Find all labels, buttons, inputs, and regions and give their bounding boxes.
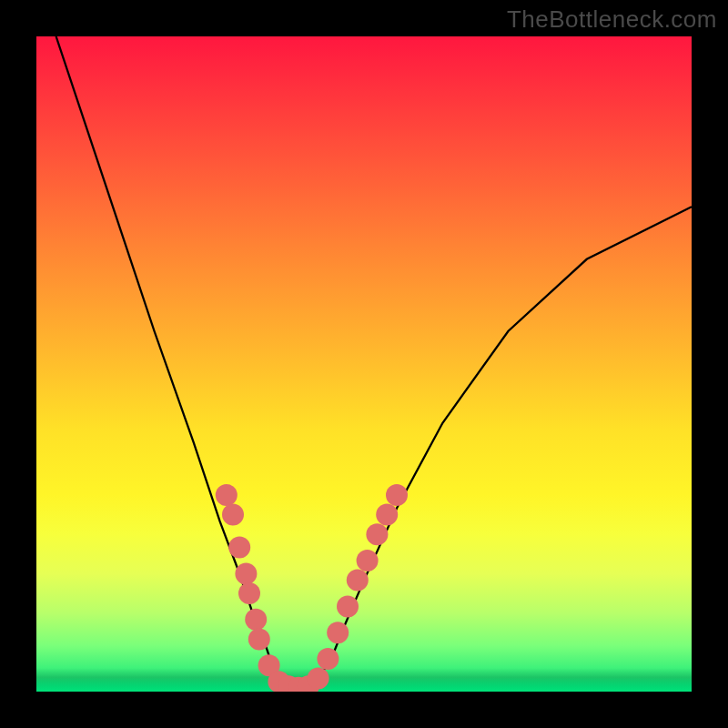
- marker-dot: [337, 595, 359, 617]
- marker-dot: [238, 582, 260, 604]
- marker-dot: [228, 537, 250, 559]
- marker-dot: [308, 668, 329, 690]
- marker-dot: [327, 622, 349, 643]
- marker-dot: [376, 504, 398, 526]
- plot-area: [36, 36, 692, 692]
- watermark-text: TheBottleneck.com: [507, 5, 717, 34]
- bottleneck-curve: [56, 36, 692, 688]
- marker-dot: [357, 550, 379, 571]
- curve-svg: [36, 36, 692, 692]
- chart-frame: TheBottleneck.com: [0, 0, 728, 728]
- marker-dot: [366, 523, 388, 545]
- marker-dot: [386, 484, 408, 506]
- marker-dot: [245, 609, 267, 631]
- marker-dot: [235, 562, 257, 584]
- curve-markers: [216, 484, 408, 692]
- marker-dot: [222, 504, 244, 526]
- marker-dot: [347, 570, 369, 592]
- marker-dot: [317, 648, 339, 670]
- marker-dot: [248, 628, 270, 650]
- marker-dot: [216, 484, 238, 506]
